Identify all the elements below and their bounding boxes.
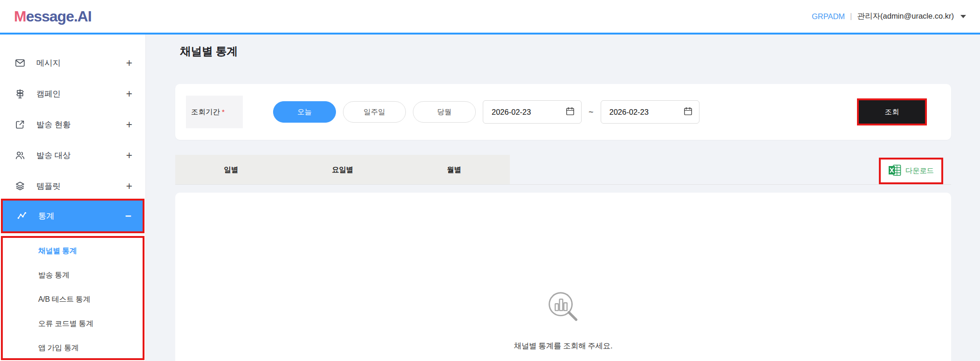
date-from-input[interactable] (492, 108, 552, 117)
top-header: Message.AI GRPADM | 관리자(admin@uracle.co.… (0, 0, 980, 35)
sidebar-item-campaign[interactable]: 캠페인 + (0, 78, 145, 109)
tab-weekday[interactable]: 요일별 (287, 155, 398, 185)
sidebar-item-label: 템플릿 (36, 180, 126, 192)
page-title: 채널별 통계 (180, 44, 238, 59)
plus-icon[interactable]: + (126, 149, 132, 162)
sidebar-subitem-ab-test-stats[interactable]: A/B 테스트 통계 (3, 287, 143, 312)
annotation-search-highlight: 조회 (857, 98, 927, 125)
quick-range-week-button[interactable]: 일주일 (343, 101, 406, 123)
account-divider: | (850, 12, 852, 21)
annotation-stats-highlight: 통계 − (1, 199, 144, 233)
app-window: Message.AI GRPADM | 관리자(admin@uracle.co.… (0, 0, 980, 361)
quick-range-month-button[interactable]: 당월 (413, 101, 476, 123)
required-mark: * (222, 108, 225, 116)
sidebar-item-label: 통계 (38, 210, 125, 222)
sidebar-item-label: 캠페인 (36, 88, 126, 99)
account-menu[interactable]: GRPADM | 관리자(admin@uracle.co.kr) (812, 11, 966, 21)
excel-download-button[interactable]: 다운로드 (881, 160, 941, 182)
mail-icon (14, 57, 26, 69)
calendar-icon[interactable] (565, 106, 575, 118)
date-to-input[interactable] (610, 108, 670, 117)
user-name: 관리자(admin@uracle.co.kr) (857, 11, 954, 21)
tab-daily[interactable]: 일별 (175, 155, 287, 185)
sidebar: 메시지 + 캠페인 + 발송 현황 + 발송 대상 + (0, 35, 146, 361)
period-label-text: 조회기간 (191, 107, 220, 117)
annotation-submenu-highlight: 채널별 통계 발송 통계 A/B 테스트 통계 오류 코드별 통계 앱 가입 통… (1, 236, 144, 360)
stats-result-panel: 채널별 통계를 조회해 주세요. (175, 193, 951, 361)
section-divider (175, 184, 951, 185)
calendar-icon[interactable] (683, 106, 693, 118)
sidebar-subitem-channel-stats[interactable]: 채널별 통계 (3, 239, 143, 263)
plus-icon[interactable]: + (126, 57, 132, 69)
sidebar-subitem-send-stats[interactable]: 발송 통계 (3, 263, 143, 287)
sidebar-item-label: 메시지 (36, 57, 126, 69)
tab-monthly[interactable]: 월별 (398, 155, 510, 185)
download-label: 다운로드 (905, 166, 934, 176)
date-from-field[interactable] (483, 100, 582, 124)
empty-message: 채널별 통계를 조회해 주세요. (514, 341, 613, 351)
sidebar-item-recipients[interactable]: 발송 대상 + (0, 140, 145, 171)
chart-search-icon (544, 289, 583, 329)
period-label: 조회기간 * (186, 96, 243, 128)
empty-state: 채널별 통계를 조회해 주세요. (175, 193, 951, 351)
sidebar-item-template[interactable]: 템플릿 + (0, 171, 145, 201)
range-separator: ~ (589, 107, 594, 117)
sidebar-subitem-app-join-stats[interactable]: 앱 가입 통계 (3, 336, 143, 360)
logo-text-rest: essage.AI (26, 8, 91, 25)
annotation-download-highlight: 다운로드 (879, 158, 943, 184)
plus-icon[interactable]: + (126, 118, 132, 131)
date-to-field[interactable] (601, 100, 699, 124)
sidebar-subitem-error-code-stats[interactable]: 오류 코드별 통계 (3, 312, 143, 336)
signpost-icon (14, 88, 26, 99)
sidebar-item-stats[interactable]: 통계 − (3, 201, 143, 231)
plus-icon[interactable]: + (126, 180, 132, 193)
main-content: 채널별 통계 조회기간 * 오늘 일주일 당월 ~ (146, 35, 980, 361)
external-link-icon (14, 119, 26, 130)
line-chart-icon (16, 210, 28, 222)
group-code: GRPADM (812, 12, 845, 21)
quick-range-today-button[interactable]: 오늘 (273, 101, 336, 123)
chevron-down-icon[interactable] (960, 15, 966, 18)
filter-card: 조회기간 * 오늘 일주일 당월 ~ 조회 (175, 84, 951, 140)
search-button[interactable]: 조회 (859, 100, 925, 124)
sidebar-item-label: 발송 대상 (36, 150, 126, 161)
sidebar-item-send-status[interactable]: 발송 현황 + (0, 109, 145, 140)
logo-text-m: M (14, 8, 26, 25)
app-logo: Message.AI (14, 8, 91, 25)
sidebar-item-message[interactable]: 메시지 + (0, 48, 145, 78)
plus-icon[interactable]: + (126, 88, 132, 100)
stats-tabs: 일별 요일별 월별 (175, 155, 510, 185)
sidebar-item-label: 발송 현황 (36, 119, 126, 130)
users-icon (14, 150, 26, 161)
layers-icon (14, 180, 26, 192)
minus-icon[interactable]: − (125, 210, 131, 222)
excel-icon (888, 164, 901, 178)
